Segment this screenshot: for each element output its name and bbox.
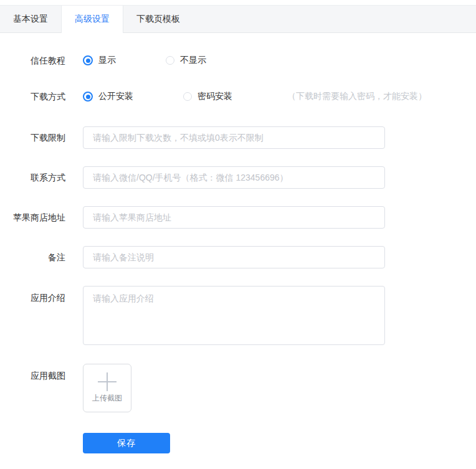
trust-tutorial-options: 显示 不显示 (83, 55, 206, 66)
remark-input[interactable] (83, 246, 385, 268)
radio-password-install[interactable]: 密码安装 (183, 91, 232, 102)
radio-selected-icon[interactable] (83, 92, 93, 102)
contact-input[interactable] (83, 166, 385, 189)
download-limit-input[interactable] (83, 126, 385, 149)
remark-row: 备注 (0, 246, 476, 268)
upload-screenshot-text: 上传截图 (92, 393, 122, 404)
app-intro-label: 应用介绍 (0, 286, 65, 304)
app-intro-row: 应用介绍 (0, 286, 476, 345)
app-screenshot-label: 应用截图 (0, 364, 65, 382)
remark-label: 备注 (0, 251, 65, 263)
radio-show[interactable]: 显示 (83, 55, 116, 66)
trust-tutorial-label: 信任教程 (0, 54, 65, 67)
appstore-url-input[interactable] (83, 206, 385, 229)
password-install-note: （下载时需要输入密码，才能安装） (287, 91, 427, 102)
radio-password-install-label: 密码安装 (198, 91, 232, 102)
radio-hide-label: 不显示 (180, 55, 206, 66)
contact-row: 联系方式 (0, 166, 476, 189)
tab-advanced-settings[interactable]: 高级设置 (61, 6, 123, 33)
settings-tab-bar: 基本设置 高级设置 下载页模板 (0, 5, 476, 33)
app-intro-textarea[interactable] (83, 286, 385, 345)
radio-show-label: 显示 (98, 55, 116, 66)
plus-icon (98, 372, 117, 391)
tab-basic-settings[interactable]: 基本设置 (0, 6, 61, 32)
advanced-settings-page: 基本设置 高级设置 下载页模板 信任教程 显示 不显示 下载方式 (0, 5, 476, 469)
upload-screenshot-button[interactable]: 上传截图 (83, 364, 131, 412)
radio-unselected-icon[interactable] (183, 92, 192, 101)
appstore-url-label: 苹果商店地址 (0, 211, 65, 224)
advanced-settings-form: 信任教程 显示 不显示 下载方式 公开安装 (0, 33, 476, 453)
tab-download-page-template[interactable]: 下载页模板 (123, 6, 193, 32)
radio-public-install-label: 公开安装 (98, 91, 133, 102)
download-method-label: 下载方式 (0, 90, 65, 103)
app-screenshot-row: 应用截图 上传截图 (0, 364, 476, 412)
contact-label: 联系方式 (0, 171, 65, 184)
save-row: 保存 (0, 433, 476, 453)
download-method-options: 公开安装 密码安装 （下载时需要输入密码，才能安装） (83, 91, 427, 102)
save-button[interactable]: 保存 (83, 433, 170, 453)
radio-public-install[interactable]: 公开安装 (83, 91, 133, 102)
radio-hide[interactable]: 不显示 (166, 55, 206, 66)
download-limit-row: 下载限制 (0, 126, 476, 149)
appstore-url-row: 苹果商店地址 (0, 206, 476, 229)
trust-tutorial-row: 信任教程 显示 不显示 (0, 54, 476, 67)
radio-selected-icon[interactable] (83, 55, 93, 65)
download-limit-label: 下载限制 (0, 131, 65, 144)
download-method-row: 下载方式 公开安装 密码安装 （下载时需要输入密码，才能安装） (0, 90, 476, 103)
radio-unselected-icon[interactable] (166, 56, 174, 65)
